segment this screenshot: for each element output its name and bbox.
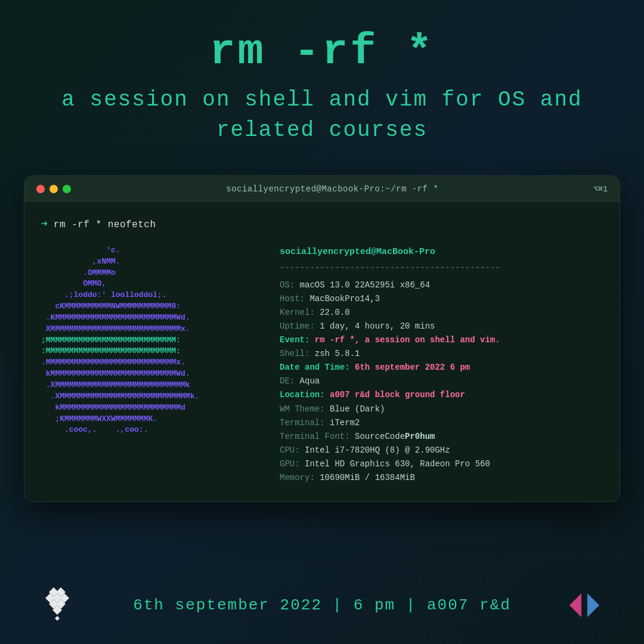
page-subtitle: a session on shell and vim for OS and re… (36, 85, 608, 145)
info-shell: Shell: zsh 5.8.1 (280, 347, 603, 361)
info-terminal: Terminal: iTerm2 (280, 416, 603, 430)
footer: 6th september 2022 | 6 pm | a007 r&d (0, 566, 644, 644)
info-memory: Memory: 10690MiB / 16384MiB (280, 471, 603, 485)
info-cpu: CPU: Intel i7-7820HQ (8) @ 2.90GHz (280, 444, 603, 457)
prompt-command: rm -rf * neofetch (54, 218, 156, 233)
terminal-titlebar: sociallyencrypted@Macbook-Pro:~/rm -rf *… (24, 176, 620, 202)
footer-text: 6th september 2022 | 6 pm | a007 r&d (133, 596, 511, 614)
traffic-lights (36, 185, 71, 193)
sysinfo: sociallyencrypted@MacBook-Pro ----------… (280, 245, 603, 485)
terminal-window: sociallyencrypted@Macbook-Pro:~/rm -rf *… (24, 175, 620, 502)
info-datetime: Date and Time: 6th september 2022 6 pm (280, 361, 603, 374)
terminal-shortcut: ⌥⌘1 (594, 184, 608, 194)
footer-logo (36, 581, 83, 629)
info-gpu: GPU: Intel HD Graphics 630, Radeon Pro 5… (280, 457, 603, 471)
terminal-body: ➜ rm -rf * neofetch 'c. ,xNMM. .OMMMMo O… (24, 202, 620, 501)
page-title: rm -rf * (36, 29, 608, 76)
svg-marker-9 (569, 593, 581, 617)
chevron-arrows-icon (561, 587, 608, 623)
info-host: Host: MacBookPro14,3 (280, 292, 603, 306)
info-separator: ----------------------------------------… (280, 261, 603, 275)
terminal-wrapper: sociallyencrypted@Macbook-Pro:~/rm -rf *… (24, 175, 620, 502)
svg-marker-8 (55, 616, 60, 621)
prompt-line: ➜ rm -rf * neofetch (41, 216, 603, 233)
prompt-arrow: ➜ (41, 216, 48, 233)
svg-marker-10 (587, 593, 599, 617)
info-location: Location: a007 r&d block ground floor (280, 388, 603, 402)
maximize-button-dot[interactable] (63, 185, 71, 193)
info-de: DE: Aqua (280, 374, 603, 388)
header: rm -rf * a session on shell and vim for … (0, 0, 644, 163)
info-terminal-font: Terminal Font: SourceCodePr0hum (280, 430, 603, 444)
info-os: OS: macOS 13.0 22A5295i x86_64 (280, 278, 603, 292)
footer-arrow-icon (561, 587, 608, 623)
info-username: sociallyencrypted@MacBook-Pro (280, 245, 603, 260)
info-kernel: Kernel: 22.0.0 (280, 306, 603, 320)
ascii-art: 'c. ,xNMM. .OMMMMo OMMO, .;loddo:' looll… (41, 245, 256, 485)
terminal-title-text: sociallyencrypted@Macbook-Pro:~/rm -rf * (226, 184, 438, 194)
info-event: Event: rm -rf *, a session on shell and … (280, 333, 603, 347)
info-uptime: Uptime: 1 day, 4 hours, 20 mins (280, 320, 603, 333)
diamond-logo-icon (36, 581, 83, 629)
info-wm-theme: WM Theme: Blue (Dark) (280, 402, 603, 416)
minimize-button-dot[interactable] (49, 185, 58, 193)
close-button-dot[interactable] (36, 185, 45, 193)
neofetch-output: 'c. ,xNMM. .OMMMMo OMMO, .;loddo:' looll… (41, 245, 603, 485)
